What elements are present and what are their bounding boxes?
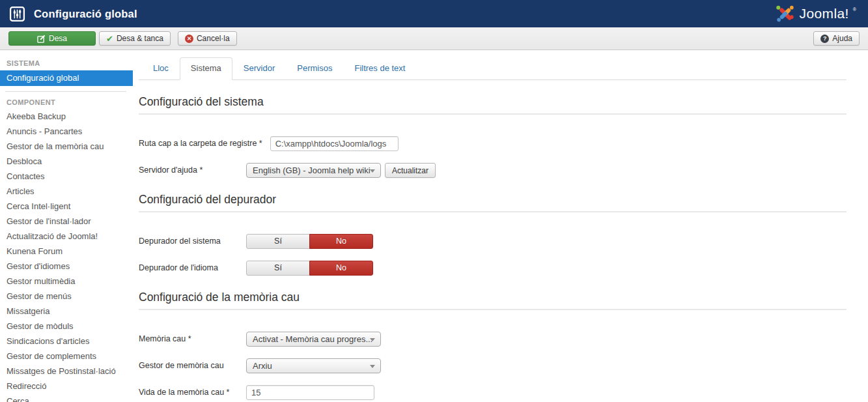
help-server-select[interactable]: English (GB) - Joomla help wiki <box>246 163 381 178</box>
sidebar-item-cerca-intelligent[interactable]: Cerca Intel·ligent <box>0 199 133 214</box>
section-title-depurador: Configuració del depurador <box>139 193 847 212</box>
cancel-button-label: Cancel·la <box>197 34 230 43</box>
page-title: Configuració global <box>34 8 137 20</box>
log-path-label: Ruta cap a la carpeta de registre * <box>139 136 270 148</box>
sidebar-section-component: COMPONENT <box>0 94 133 109</box>
sidebar: SISTEMA Configuració global COMPONENT Ak… <box>0 50 133 401</box>
save-close-button[interactable]: ✔ Desa & tanca <box>99 31 171 46</box>
help-icon: ? <box>820 35 829 43</box>
tab-bar: Lloc Sistema Servidor Permisos Filtres d… <box>139 57 847 80</box>
log-path-row: Ruta cap a la carpeta de registre * <box>139 136 847 151</box>
help-server-select-value: English (GB) - Joomla help wiki <box>253 165 371 175</box>
registered-mark: ® <box>853 7 856 13</box>
debug-system-yes-button[interactable]: Sí <box>246 234 310 249</box>
joomla-logo-icon <box>776 4 795 23</box>
sidebar-item-anuncis-pancartes[interactable]: Anuncis - Pancartes <box>0 124 133 139</box>
debug-language-toggle: Sí No <box>246 261 373 276</box>
save-button-label: Desa <box>49 34 67 43</box>
sidebar-item-actualitzacio-joomla[interactable]: Actualització de Joomla! <box>0 229 133 244</box>
cache-time-input[interactable] <box>246 385 374 400</box>
help-button[interactable]: ? Ajuda <box>813 31 860 46</box>
main-content: Lloc Sistema Servidor Permisos Filtres d… <box>133 50 868 401</box>
sidebar-item-gestor-complements[interactable]: Gestor de complements <box>0 349 133 364</box>
toolbar: Desa ✔ Desa & tanca ✕ Cancel·la ? Ajuda <box>0 27 868 50</box>
help-server-row: Servidor d'ajuda * English (GB) - Joomla… <box>139 163 847 178</box>
sidebar-section-system: SISTEMA <box>0 55 133 70</box>
sidebar-item-articles[interactable]: Articles <box>0 184 133 199</box>
tab-sistema[interactable]: Sistema <box>180 57 232 80</box>
debug-language-yes-button[interactable]: Sí <box>246 261 310 276</box>
sidebar-item-akeeba-backup[interactable]: Akeeba Backup <box>0 109 133 124</box>
sidebar-item-sindicacions-articles[interactable]: Sindicacions d'articles <box>0 334 133 349</box>
header-title-group: Configuració global <box>9 6 137 22</box>
sidebar-item-kunena-forum[interactable]: Kunena Forum <box>0 244 133 259</box>
debug-system-row: Depurador del sistema Sí No <box>139 234 847 249</box>
cancel-icon: ✕ <box>185 35 193 43</box>
cache-handler-select-value: Arxiu <box>253 361 272 371</box>
sidebar-item-gestor-moduls[interactable]: Gestor de mòduls <box>0 319 133 334</box>
sidebar-item-gestor-multimedia[interactable]: Gestor multimèdia <box>0 274 133 289</box>
help-server-label: Servidor d'ajuda * <box>139 163 246 175</box>
joomla-logo-text: Joomla! <box>799 4 848 23</box>
log-path-input[interactable] <box>270 136 399 151</box>
tab-lloc[interactable]: Lloc <box>142 57 180 79</box>
refresh-button[interactable]: Actualitzar <box>385 163 436 178</box>
sidebar-item-missatges-postinstallacio[interactable]: Missatges de Postinstal·lació <box>0 364 133 379</box>
cache-select[interactable]: Activat - Memòria cau progres... <box>246 332 381 347</box>
help-button-label: Ajuda <box>832 34 852 43</box>
sidebar-item-gestor-menus[interactable]: Gestor de menús <box>0 289 133 304</box>
sidebar-item-contactes[interactable]: Contactes <box>0 169 133 184</box>
debug-system-no-button[interactable]: No <box>309 234 373 249</box>
sidebar-divider <box>5 91 126 92</box>
section-title-sistema: Configuració del sistema <box>139 95 847 115</box>
options-sliders-icon <box>9 6 25 22</box>
debug-system-label: Depurador del sistema <box>139 234 246 246</box>
sidebar-item-desbloca[interactable]: Desbloca <box>0 154 133 169</box>
cache-handler-label: Gestor de memòria cau <box>139 358 246 370</box>
debug-language-no-button[interactable]: No <box>309 261 373 276</box>
chevron-down-icon <box>370 169 375 173</box>
debug-system-toggle: Sí No <box>246 234 373 249</box>
sidebar-item-gestor-installador[interactable]: Gestor de l'instal·lador <box>0 214 133 229</box>
tab-filtres-de-text[interactable]: Filtres de text <box>343 57 416 79</box>
tab-servidor[interactable]: Servidor <box>232 57 286 79</box>
cache-time-row: Vida de la memòria cau * <box>139 385 847 400</box>
cancel-button[interactable]: ✕ Cancel·la <box>178 31 237 46</box>
sidebar-item-redireccio[interactable]: Redirecció <box>0 379 133 394</box>
debug-language-label: Depurador de l'idioma <box>139 261 246 272</box>
chevron-down-icon <box>370 338 375 341</box>
chevron-down-icon <box>370 365 375 368</box>
top-header: Configuració global Joomla! ® <box>0 0 868 27</box>
section-title-memoria-cau: Configuració de la memòria cau <box>139 291 847 310</box>
joomla-logo: Joomla! ® <box>776 4 856 23</box>
cache-select-value: Activat - Memòria cau progres... <box>253 334 372 344</box>
save-button[interactable]: Desa <box>8 31 96 46</box>
sidebar-item-configuracio-global[interactable]: Configuració global <box>0 70 133 86</box>
sidebar-item-gestor-idiomes[interactable]: Gestor d'idiomes <box>0 259 133 274</box>
save-close-button-label: Desa & tanca <box>117 34 163 43</box>
cache-time-label: Vida de la memòria cau * <box>139 385 246 397</box>
sidebar-item-missatgeria[interactable]: Missatgeria <box>0 304 133 319</box>
sidebar-item-cerca[interactable]: Cerca <box>0 394 133 402</box>
check-icon: ✔ <box>106 35 113 43</box>
tab-permisos[interactable]: Permisos <box>286 57 343 79</box>
cache-handler-row: Gestor de memòria cau Arxiu <box>139 358 847 373</box>
edit-pencil-icon <box>37 35 46 43</box>
cache-row: Memòria cau * Activat - Memòria cau prog… <box>139 332 847 347</box>
cache-handler-select[interactable]: Arxiu <box>246 358 381 373</box>
sidebar-item-gestor-memoria-cau[interactable]: Gestor de la memòria cau <box>0 139 133 154</box>
debug-language-row: Depurador de l'idioma Sí No <box>139 261 847 276</box>
cache-label: Memòria cau * <box>139 332 246 343</box>
